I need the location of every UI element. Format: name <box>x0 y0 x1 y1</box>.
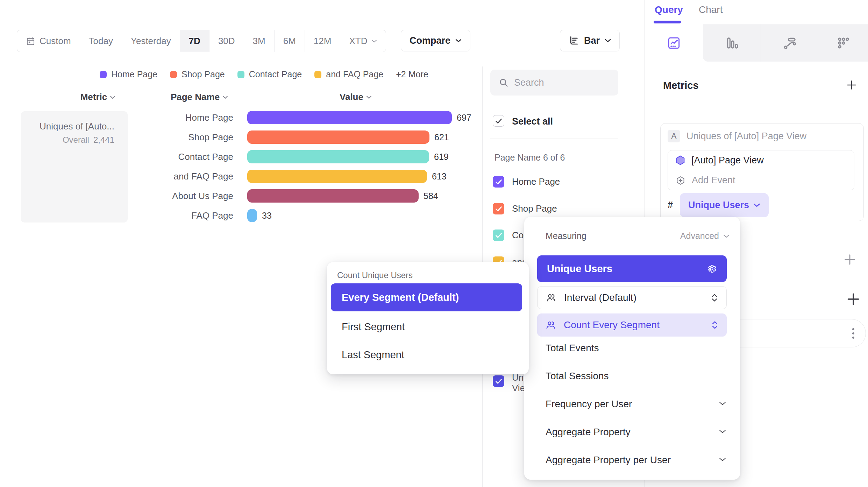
event-name: [Auto] Page View <box>691 155 764 166</box>
option-last-segment[interactable]: Last Segment <box>342 349 404 361</box>
legend-item[interactable]: Home Page <box>100 69 157 79</box>
date-range-30d[interactable]: 30D <box>209 30 244 52</box>
date-range-custom[interactable]: Custom <box>17 30 80 52</box>
add-metric-button[interactable] <box>846 79 858 92</box>
charttab-bar[interactable] <box>703 24 761 62</box>
legend-swatch <box>237 71 244 78</box>
select-all-checkbox[interactable] <box>493 115 504 127</box>
bar-row: About Us Page584 <box>0 186 479 206</box>
tab-query[interactable]: Query <box>655 4 683 15</box>
interval-dropdown-row[interactable]: Interval (Default) <box>537 286 727 309</box>
bar-category-label: and FAQ Page <box>126 171 233 182</box>
measuring-popup: Measuring Advanced Unique Users Interval… <box>524 217 740 480</box>
date-range-today[interactable]: Today <box>80 30 122 52</box>
date-range-xtd[interactable]: XTD <box>340 30 386 52</box>
segment-checkbox[interactable] <box>493 176 504 188</box>
count-every-segment-row[interactable]: Count Every Segment <box>537 313 727 337</box>
insights-chart-icon <box>667 36 681 50</box>
chevron-down-icon <box>110 96 115 99</box>
date-range-yesterday[interactable]: Yesterday <box>122 30 180 52</box>
bar-category-label: Shop Page <box>126 132 233 143</box>
more-options-icon[interactable] <box>852 328 854 339</box>
charttab-retention[interactable] <box>819 24 868 62</box>
legend-item[interactable]: and FAQ Page <box>314 69 383 79</box>
legend-swatch <box>314 71 321 78</box>
legend-more[interactable]: +2 More <box>396 69 428 79</box>
add-event-icon <box>676 176 685 185</box>
bar[interactable] <box>247 111 452 124</box>
date-range-7d[interactable]: 7D <box>180 30 209 52</box>
date-range-3m[interactable]: 3M <box>244 30 275 52</box>
segment-item-partial[interactable] <box>493 375 504 387</box>
date-range-12m[interactable]: 12M <box>305 30 341 52</box>
measure-option-total-sessions[interactable]: Total Sessions <box>546 370 609 382</box>
check-icon <box>495 206 502 212</box>
bar-category-label: About Us Page <box>126 191 233 202</box>
measure-option-aggregate-property[interactable]: Aggregate Property <box>546 426 631 438</box>
event-hexagon-icon <box>676 155 685 166</box>
measure-dropdown[interactable]: Unique Users <box>680 193 769 217</box>
gear-icon[interactable] <box>706 263 717 274</box>
legend-item[interactable]: Shop Page <box>170 69 225 79</box>
bar-row: and FAQ Page613 <box>0 167 479 186</box>
bar-row: Contact Page619 <box>0 147 479 167</box>
option-first-segment[interactable]: First Segment <box>342 321 405 333</box>
charttab-insights[interactable] <box>645 24 703 62</box>
segment-search-input[interactable]: Search <box>490 70 618 96</box>
advanced-dropdown[interactable]: Advanced <box>680 231 730 241</box>
bar[interactable] <box>247 130 429 144</box>
bar-row: Shop Page621 <box>0 127 479 147</box>
segment-item-home-page[interactable]: Home Page <box>493 176 560 188</box>
users-icon <box>546 292 556 303</box>
measure-option-frequency-per-user[interactable]: Frequency per User <box>546 398 632 410</box>
add-breakdown-button[interactable] <box>846 291 861 308</box>
mixpanel-insights-app: CustomTodayYesterday7D30D3M6M12MXTD Comp… <box>0 0 868 487</box>
tab-chart[interactable]: Chart <box>699 4 723 15</box>
bar-value-label: 33 <box>262 211 272 221</box>
bar-value-label: 613 <box>432 171 447 182</box>
chart-type-button[interactable]: Bar <box>560 30 620 51</box>
legend-label: Contact Page <box>249 69 302 79</box>
chevron-down-icon <box>719 401 726 407</box>
measure-option-aggregate-property-per-user[interactable]: Aggregate Property per User <box>546 454 671 466</box>
count-unique-users-popup: Count Unique Users Every Segment (Defaul… <box>327 262 529 374</box>
users-icon <box>546 320 556 330</box>
column-header-metric[interactable]: Metric <box>63 92 133 103</box>
column-header-page-name[interactable]: Page Name <box>157 92 241 103</box>
bar-value-label: 697 <box>457 113 471 123</box>
compare-button[interactable]: Compare <box>401 30 470 51</box>
measure-option-unique-users[interactable]: Unique Users <box>537 255 727 282</box>
measure-option-total-events[interactable]: Total Events <box>546 343 599 354</box>
active-tab-underline <box>654 21 681 23</box>
bar[interactable] <box>247 170 427 183</box>
chevron-down-icon <box>719 429 726 435</box>
select-all-row[interactable] <box>493 115 504 127</box>
plus-icon <box>846 291 861 307</box>
segment-checkbox[interactable] <box>493 375 504 387</box>
metrics-section-title: Metrics <box>663 80 699 91</box>
option-every-segment[interactable]: Every Segment (Default) <box>331 283 522 311</box>
bar[interactable] <box>247 209 257 222</box>
check-icon <box>495 233 502 238</box>
charttab-flows[interactable] <box>761 24 819 62</box>
chevron-down-icon <box>723 234 730 238</box>
chevron-down-icon <box>455 38 462 43</box>
select-all-label: Select all <box>512 116 553 127</box>
add-event-row[interactable]: Add Event <box>676 170 848 190</box>
legend-label: Home Page <box>111 69 157 79</box>
bar-value-label: 584 <box>424 191 438 201</box>
date-range-6m[interactable]: 6M <box>275 30 305 52</box>
bar[interactable] <box>247 150 429 163</box>
column-header-value[interactable]: Value <box>321 92 391 103</box>
segment-checkbox[interactable] <box>493 203 504 214</box>
segment-item-shop-page[interactable]: Shop Page <box>493 203 557 214</box>
bar[interactable] <box>247 189 419 203</box>
segment-checkbox[interactable] <box>493 230 504 241</box>
measuring-popup-title: Measuring <box>546 231 586 241</box>
bar-value-label: 621 <box>434 132 449 142</box>
chart-legend: Home PageShop PageContact Pageand FAQ Pa… <box>100 69 428 79</box>
event-row[interactable]: [Auto] Page View <box>676 150 848 170</box>
legend-item[interactable]: Contact Page <box>237 69 302 79</box>
add-filter-button[interactable] <box>843 253 857 268</box>
plus-icon <box>846 79 858 91</box>
